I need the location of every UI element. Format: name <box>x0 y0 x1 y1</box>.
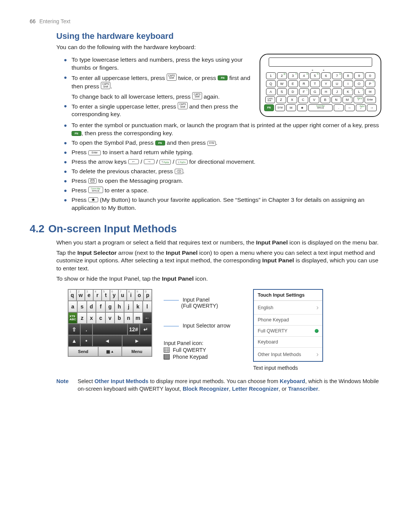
section2-p2: Tap the Input Selector arrow (next to th… <box>56 249 381 273</box>
soft-key-left: ◄ <box>92 335 122 347</box>
bullet-delete: To delete the previous character, press … <box>72 168 381 176</box>
key-fn: FN <box>72 131 81 136</box>
note-block: Note Select Other Input Methods to displ… <box>56 378 381 393</box>
key-fn: FN <box>218 75 228 80</box>
page-header: 66 Entering Text <box>30 18 381 24</box>
note-text: Select Other Input Methods to display mo… <box>78 378 381 393</box>
menu-item: English› <box>254 301 322 315</box>
soft-key-punct: • <box>80 335 92 347</box>
key-caps-shift: CAPS Shift <box>101 82 111 89</box>
section-title-hardware-keyboard: Using the hardware keyboard <box>56 31 381 41</box>
menu-item: Full QWERTY <box>254 326 322 337</box>
phone-keypad-icon <box>164 354 170 359</box>
bullet-space: Press Comm MgrSPACE to enter a space. <box>72 187 381 195</box>
section2-p3: To show or hide the Input Panel, tap the… <box>56 275 381 283</box>
hardware-keyboard-diagram: ■ ■ 1~2@3#4$5%6^7&8*9!0' QWERTYUI"OP= AS… <box>260 54 381 117</box>
bullet-uppercase-all: To enter all uppercase letters, press CA… <box>72 73 253 101</box>
bullet-symbol-fn: To enter the symbol or punctuation mark,… <box>72 121 381 137</box>
input-methods-menu: Touch Input Settings English›Phone Keypa… <box>253 289 323 362</box>
bullet-messaging: Press to open the Messaging program. <box>72 177 381 185</box>
menu-item: Phone Keypad <box>254 315 322 326</box>
page-title: Entering Text <box>39 18 70 24</box>
key-caps-shift: CAPS Shift <box>167 73 177 81</box>
key-caps-shift: CAPS Shift <box>178 102 188 109</box>
bullet-arrows: Press the arrow keys ← / → / ↑PgUp / ↓Pg… <box>72 158 381 166</box>
key-space: Comm MgrSPACE <box>88 187 103 193</box>
full-qwerty-icon <box>164 347 170 353</box>
key-arrow-right: → <box>144 159 155 164</box>
page-number: 66 <box>30 18 36 24</box>
menu-header: Touch Input Settings <box>254 290 322 301</box>
soft-key-menu: Menu <box>122 347 152 356</box>
lead-line <box>164 300 179 300</box>
key-enter: Enter <box>88 150 101 155</box>
key-arrow-up-pgup: ↑PgUp <box>159 160 171 165</box>
bullet-list-rest: To enter the symbol or punctuation mark,… <box>56 121 381 212</box>
menu-item: Keyboard <box>254 337 322 348</box>
key-caps-shift: CAPS Shift <box>192 92 202 99</box>
soft-key-shift: ▲ <box>68 335 80 347</box>
menu-item: Other Input Methods› <box>254 348 322 361</box>
input-methods-menu-column: Touch Input Settings English›Phone Keypa… <box>253 289 323 371</box>
figure-callouts-left: Input Panel (Full QWERTY) Input Selector… <box>164 297 230 364</box>
onscreen-figure: 1q2w3e4r5t6y7u8i9o0p asdfghjkl XT9ABCzxc… <box>68 289 381 371</box>
soft-key-send: Send <box>68 347 98 356</box>
section1-intro: You can do the following with the hardwa… <box>56 43 381 51</box>
soft-keyboard-diagram: 1q2w3e4r5t6y7u8i9o0p asdfghjkl XT9ABCzxc… <box>68 289 152 357</box>
bullet-uppercase-single: To enter a single uppercase letter, pres… <box>72 102 253 118</box>
bullet-lowercase: To type lowercase letters and numbers, p… <box>72 56 253 72</box>
bullet-enter: Press Enter to insert a hard return whil… <box>72 149 381 157</box>
section2-p1: When you start a program or select a fie… <box>56 239 381 247</box>
soft-input-panel-icon: ▦▲ <box>98 347 122 356</box>
key-messaging <box>88 178 97 184</box>
bullet-symbol-pad: To open the Symbol Pad, press FN and the… <box>72 139 381 147</box>
key-arrow-down-pgdn: ↓PgDn <box>176 160 188 165</box>
soft-key-right: ► <box>122 335 152 347</box>
key-fn: FN <box>155 141 165 145</box>
lead-line <box>164 326 179 326</box>
note-label: Note <box>56 378 72 393</box>
key-arrow-left: ← <box>128 159 139 164</box>
menu-caption: Text input methods <box>253 365 323 371</box>
bullet-list-top: To type lowercase letters and numbers, p… <box>56 54 253 120</box>
key-backspace <box>175 169 183 174</box>
bullet-my-button: Press ★ (My Button) to launch your favor… <box>72 196 381 212</box>
key-sym: SYM <box>207 141 216 146</box>
section-title-onscreen: 4.2On-screen Input Methods <box>30 223 381 235</box>
key-my-button-star: ★ <box>88 197 98 202</box>
